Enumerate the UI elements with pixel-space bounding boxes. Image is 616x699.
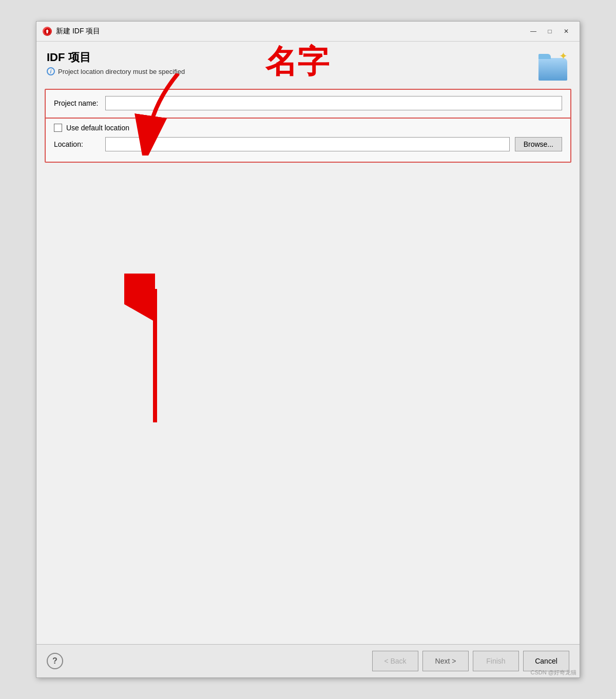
form-section: Project name: Use default location Locat… <box>45 89 571 163</box>
use-default-location-label: Use default location <box>66 124 129 132</box>
form-container: 名字 Project name: <box>45 89 571 163</box>
app-icon <box>43 27 52 36</box>
browse-button[interactable]: Browse... <box>515 137 562 151</box>
help-button[interactable]: ? <box>47 653 63 669</box>
bottom-buttons: < Back Next > Finish Cancel <box>372 651 569 671</box>
star-icon: ✦ <box>559 50 569 60</box>
title-bar: 新建 IDF 项目 — □ ✕ <box>36 22 580 42</box>
header-area: IDF 项目 i Project location directory must… <box>36 42 580 87</box>
location-label: Location: <box>54 140 100 148</box>
location-input[interactable] <box>105 137 510 151</box>
use-default-location-checkbox[interactable] <box>54 124 62 132</box>
main-window: 新建 IDF 项目 — □ ✕ IDF 项目 i Project locatio… <box>36 21 580 678</box>
next-button[interactable]: Next > <box>422 651 469 671</box>
back-button[interactable]: < Back <box>372 651 418 671</box>
middle-area <box>36 171 580 644</box>
validation-text: Project location directory must be speci… <box>58 68 185 75</box>
title-bar-controls: — □ ✕ <box>526 26 573 37</box>
project-name-input[interactable] <box>105 96 562 110</box>
validation-message: i Project location directory must be spe… <box>47 67 185 75</box>
location-row: Location: Browse... <box>54 137 562 151</box>
use-default-location-row: Use default location <box>54 124 562 132</box>
header-left: IDF 项目 i Project location directory must… <box>47 50 185 75</box>
info-icon: i <box>47 67 55 75</box>
minimize-button[interactable]: — <box>526 26 541 37</box>
window-title: 新建 IDF 项目 <box>56 27 100 36</box>
bottom-left: ? <box>47 653 63 669</box>
bottom-bar: ? < Back Next > Finish Cancel <box>36 644 580 677</box>
close-button[interactable]: ✕ <box>559 26 573 37</box>
content-area: IDF 项目 i Project location directory must… <box>36 42 580 644</box>
maximize-button[interactable]: □ <box>543 26 557 37</box>
project-name-section: Project name: <box>46 90 570 119</box>
cancel-button[interactable]: Cancel <box>523 651 569 671</box>
page-title: IDF 项目 <box>47 50 185 65</box>
title-bar-left: 新建 IDF 项目 <box>43 27 100 36</box>
header-image: ✦ <box>536 50 569 83</box>
project-name-label: Project name: <box>54 99 100 107</box>
project-name-row: Project name: <box>54 96 562 110</box>
location-section: Use default location Location: Browse... <box>46 119 570 162</box>
finish-button[interactable]: Finish <box>473 651 519 671</box>
